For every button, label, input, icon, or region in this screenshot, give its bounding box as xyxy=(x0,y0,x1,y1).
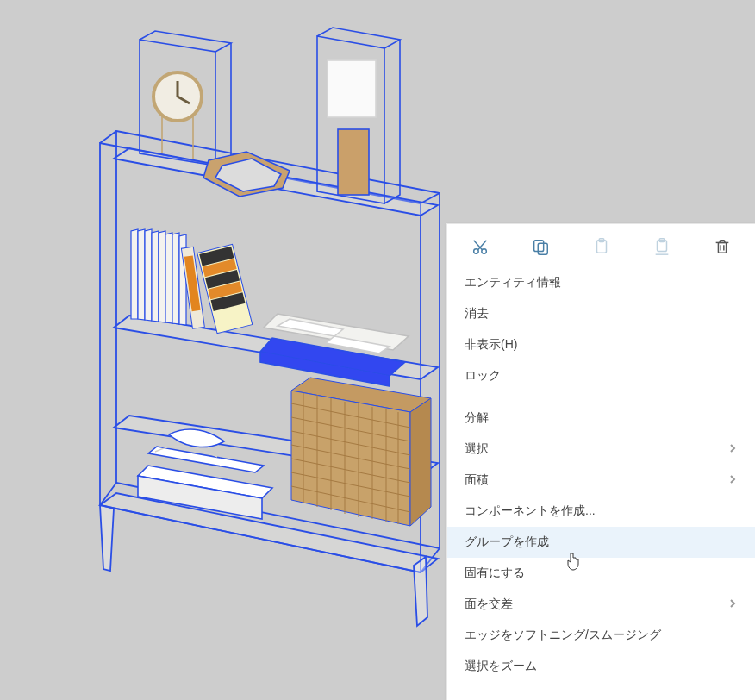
context-menu-toolbar xyxy=(447,224,755,267)
menu-label: 固有にする xyxy=(465,566,738,581)
menu-label: エッジをソフトニング/スムージング xyxy=(465,628,738,643)
svg-rect-14 xyxy=(539,243,548,254)
svg-rect-1 xyxy=(328,60,376,117)
divider xyxy=(463,397,739,397)
menu-label: コンポーネントを作成... xyxy=(465,503,738,519)
menu-item-intersect-faces[interactable]: 面を交差 xyxy=(447,589,755,620)
menu-label: 選択をズーム xyxy=(465,659,738,674)
menu-item-lock[interactable]: ロック xyxy=(447,360,755,391)
menu-label: 消去 xyxy=(465,306,738,322)
svg-rect-13 xyxy=(534,241,544,252)
menu-label: エンティティ情報 xyxy=(465,275,738,291)
svg-rect-19 xyxy=(718,242,726,253)
svg-rect-2 xyxy=(338,129,369,195)
menu-item-soften-smooth-edges[interactable]: エッジをソフトニング/スムージング xyxy=(447,620,755,651)
menu-item-zoom-selection[interactable]: 選択をズーム xyxy=(447,651,755,682)
trash-icon[interactable] xyxy=(710,234,734,259)
menu-item-erase[interactable]: 消去 xyxy=(447,298,755,329)
menu-item-make-component[interactable]: コンポーネントを作成... xyxy=(447,496,755,527)
menu-label: ロック xyxy=(465,368,738,384)
menu-item-explode[interactable]: 分解 xyxy=(447,403,755,434)
svg-point-11 xyxy=(474,249,479,254)
copy-icon[interactable] xyxy=(528,234,552,259)
paste-in-place-icon xyxy=(650,234,674,259)
context-menu: エンティティ情報 消去 非表示(H) ロック 分解 選択 面積 コンポーネントを… xyxy=(446,223,755,700)
menu-item-area[interactable]: 面積 xyxy=(447,465,755,496)
menu-item-select[interactable]: 選択 xyxy=(447,434,755,465)
menu-item-entity-info[interactable]: エンティティ情報 xyxy=(447,267,755,298)
menu-item-make-unique[interactable]: 固有にする xyxy=(447,558,755,589)
menu-item-make-group[interactable]: グループを作成 xyxy=(447,527,755,558)
menu-label: 選択 xyxy=(465,441,727,457)
menu-label: 面積 xyxy=(465,472,727,488)
menu-label: 面を交差 xyxy=(465,597,727,612)
chevron-right-icon xyxy=(727,442,738,456)
svg-point-12 xyxy=(482,249,487,254)
menu-item-hide[interactable]: 非表示(H) xyxy=(447,329,755,360)
paste-icon xyxy=(590,234,614,259)
chevron-right-icon xyxy=(727,473,738,487)
chevron-right-icon xyxy=(727,597,738,611)
menu-label: 非表示(H) xyxy=(465,337,738,353)
menu-label: グループを作成 xyxy=(465,534,738,550)
cut-icon[interactable] xyxy=(468,234,492,259)
menu-label: 分解 xyxy=(465,410,738,426)
